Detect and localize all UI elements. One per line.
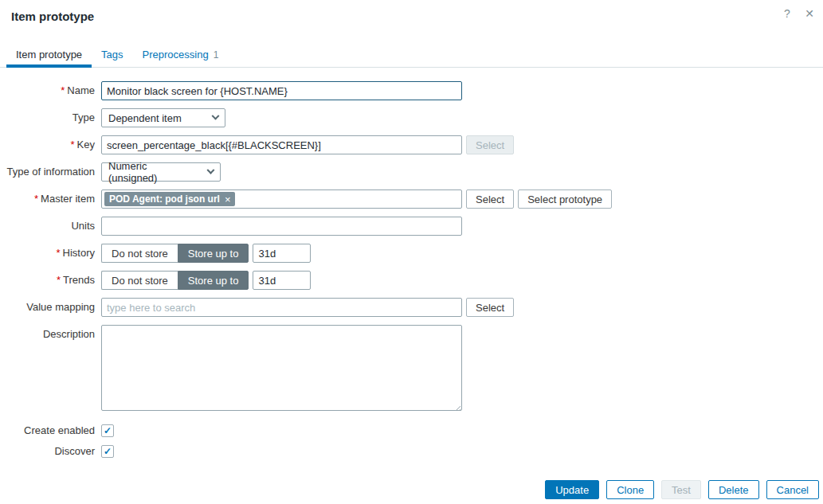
type-select-value: Dependent item [108, 112, 182, 124]
trends-do-not-store-option[interactable]: Do not store [101, 271, 178, 290]
description-label: Description [0, 325, 95, 340]
name-label: Name [67, 84, 95, 96]
cancel-button[interactable]: Cancel [766, 480, 819, 499]
key-row: *Key Select [0, 135, 823, 154]
type-row: Type Dependent item [0, 108, 823, 127]
type-of-information-select[interactable]: Numeric (unsigned) [101, 162, 221, 182]
units-label: Units [0, 217, 95, 232]
tab-item-prototype[interactable]: Item prototype [6, 44, 92, 67]
trends-label: Trends [63, 274, 95, 286]
units-input[interactable] [101, 217, 462, 236]
description-textarea[interactable] [101, 325, 462, 411]
create-enabled-checkbox[interactable]: ✓ [101, 424, 114, 437]
trends-row: *Trends Do not store Store up to [0, 271, 823, 290]
master-item-chip-label: POD Agent: pod json url [109, 193, 220, 205]
key-select-button: Select [466, 135, 514, 154]
history-store-up-to-option[interactable]: Store up to [178, 244, 249, 263]
history-do-not-store-option[interactable]: Do not store [101, 244, 178, 263]
dialog-controls: ? ✕ [780, 6, 817, 21]
test-button: Test [661, 480, 701, 499]
tab-label: Preprocessing [143, 49, 209, 61]
history-mode-toggle: Do not store Store up to [101, 244, 249, 263]
master-item-chip: POD Agent: pod json url × [104, 192, 235, 206]
dialog-title: Item prototype [11, 10, 94, 23]
master-item-row: *Master item POD Agent: pod json url × S… [0, 189, 823, 209]
tab-tags[interactable]: Tags [92, 44, 132, 67]
type-of-information-value: Numeric (unsigned) [108, 160, 197, 184]
type-of-information-row: Type of information Numeric (unsigned) [0, 162, 823, 182]
master-item-multiselect[interactable]: POD Agent: pod json url × [101, 189, 462, 209]
type-label: Type [0, 108, 95, 123]
value-mapping-label: Value mapping [0, 298, 95, 313]
update-button[interactable]: Update [545, 480, 599, 499]
value-mapping-row: Value mapping Select [0, 298, 823, 317]
tab-bar: Item prototype Tags Preprocessing 1 [0, 44, 823, 68]
key-input[interactable] [101, 135, 462, 154]
units-row: Units [0, 217, 823, 236]
close-icon[interactable]: ✕ [802, 6, 817, 21]
discover-label: Discover [0, 446, 95, 457]
tab-preprocessing[interactable]: Preprocessing 1 [133, 44, 229, 67]
required-marker: * [61, 84, 65, 96]
name-row: *Name [0, 81, 823, 100]
item-form: *Name Type Dependent item *Key Select Ty… [0, 68, 823, 458]
history-row: *History Do not store Store up to [0, 244, 823, 263]
chevron-down-icon [207, 166, 215, 174]
discover-checkbox[interactable]: ✓ [101, 445, 114, 458]
history-label: History [63, 247, 95, 259]
clone-button[interactable]: Clone [606, 480, 654, 499]
history-duration-input[interactable] [253, 244, 311, 263]
type-of-information-label: Type of information [0, 162, 95, 178]
master-item-label: Master item [41, 193, 95, 205]
checkmark-icon: ✓ [104, 447, 112, 456]
create-enabled-row: Create enabled ✓ [0, 424, 823, 437]
create-enabled-label: Create enabled [0, 425, 95, 436]
delete-button[interactable]: Delete [708, 480, 759, 499]
tab-label: Item prototype [16, 49, 82, 61]
chip-remove-icon[interactable]: × [225, 194, 231, 205]
name-input[interactable] [101, 81, 462, 100]
tab-count-badge: 1 [214, 49, 219, 61]
required-marker: * [56, 247, 60, 259]
trends-mode-toggle: Do not store Store up to [101, 271, 249, 290]
master-item-select-button[interactable]: Select [466, 189, 514, 209]
chevron-down-icon [212, 111, 220, 119]
description-row: Description [0, 325, 823, 413]
required-marker: * [71, 139, 75, 150]
value-mapping-select-button[interactable]: Select [466, 298, 514, 317]
trends-store-up-to-option[interactable]: Store up to [178, 271, 249, 290]
trends-duration-input[interactable] [253, 271, 311, 290]
required-marker: * [57, 274, 61, 286]
dialog-header: Item prototype ? ✕ [0, 0, 823, 32]
value-mapping-input[interactable] [101, 298, 462, 317]
discover-row: Discover ✓ [0, 445, 823, 458]
tab-label: Tags [101, 49, 123, 61]
help-icon[interactable]: ? [780, 6, 794, 21]
key-label: Key [77, 139, 95, 150]
type-select[interactable]: Dependent item [101, 108, 225, 127]
required-marker: * [34, 193, 38, 205]
checkmark-icon: ✓ [104, 426, 112, 436]
master-item-select-prototype-button[interactable]: Select prototype [518, 189, 612, 209]
dialog-footer: Update Clone Test Delete Cancel [545, 480, 819, 499]
item-prototype-dialog: Item prototype ? ✕ Item prototype Tags P… [0, 0, 823, 504]
